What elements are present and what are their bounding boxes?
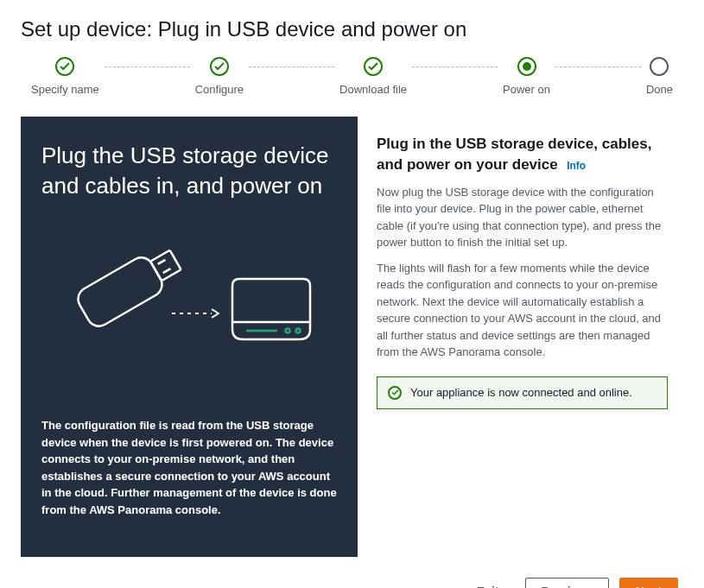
step-specify-name: Specify name (31, 57, 99, 96)
exit-button[interactable]: Exit (461, 579, 515, 588)
footer: Exit Previous Next (21, 578, 683, 588)
left-panel: Plug the USB storage device and cables i… (21, 117, 358, 557)
next-button[interactable]: Next (619, 578, 678, 588)
step-done: Done (646, 57, 673, 96)
step-download-file: Download file (339, 57, 407, 96)
success-icon (388, 386, 402, 400)
step-connector (105, 66, 190, 67)
right-title: Plug in the USB storage device, cables, … (377, 136, 651, 173)
status-text: Your appliance is now connected and onli… (410, 386, 632, 399)
step-label: Done (646, 83, 673, 96)
step-label: Configure (195, 83, 244, 96)
svg-point-6 (286, 329, 290, 333)
step-connector (412, 66, 498, 67)
right-paragraph-1: Now plug the USB storage device with the… (377, 184, 668, 251)
right-heading-row: Plug in the USB storage device, cables, … (377, 134, 668, 175)
check-icon (364, 57, 383, 76)
svg-point-7 (296, 329, 301, 333)
svg-line-2 (158, 260, 166, 264)
check-icon (210, 57, 229, 76)
main-content: Plug the USB storage device and cables i… (21, 117, 683, 557)
step-connector (555, 66, 641, 67)
usb-to-device-illustration (41, 236, 337, 374)
right-paragraph-2: The lights will flash for a few moments … (377, 260, 668, 361)
step-connector (249, 66, 334, 67)
step-label: Download file (339, 83, 407, 96)
svg-line-3 (163, 269, 171, 273)
previous-button[interactable]: Previous (525, 578, 609, 588)
current-step-icon (517, 57, 536, 76)
step-configure: Configure (195, 57, 244, 96)
check-icon (55, 57, 74, 76)
svg-rect-1 (150, 250, 181, 281)
page-title: Set up device: Plug in USB device and po… (21, 17, 683, 41)
stepper: Specify name Configure Download file Pow… (21, 57, 683, 96)
right-panel: Plug in the USB storage device, cables, … (358, 117, 683, 557)
left-description: The configuration file is read from the … (41, 417, 337, 518)
info-link[interactable]: Info (567, 160, 586, 172)
left-title: Plug the USB storage device and cables i… (41, 141, 337, 201)
step-power-on: Power on (503, 57, 550, 96)
status-box: Your appliance is now connected and onli… (377, 376, 668, 409)
step-label: Specify name (31, 83, 99, 96)
step-label: Power on (503, 83, 550, 96)
future-step-icon (650, 57, 669, 76)
